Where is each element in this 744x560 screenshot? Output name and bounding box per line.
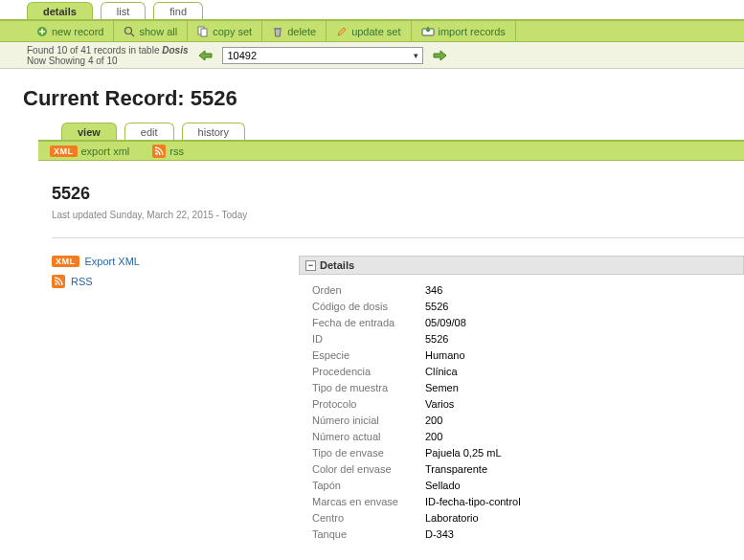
trash-icon bbox=[272, 26, 283, 37]
xml-icon: XML bbox=[50, 146, 78, 157]
record-nav-info: Found 10 of 41 records in table Dosis No… bbox=[27, 45, 188, 66]
detail-row: ProtocoloVarios bbox=[312, 398, 744, 410]
showing-total: 10 bbox=[106, 56, 117, 66]
rss-link[interactable]: RSS bbox=[52, 275, 282, 288]
export-xml-link[interactable]: XML Export XML bbox=[52, 256, 282, 267]
detail-value: Laboratorio bbox=[425, 512, 479, 524]
collapse-icon: − bbox=[305, 260, 316, 271]
import-records-label: import records bbox=[439, 26, 506, 37]
detail-row: Código de dosis5526 bbox=[312, 301, 744, 312]
next-record-button[interactable] bbox=[431, 47, 450, 64]
divider bbox=[52, 237, 744, 238]
view-tab-row: view edit history bbox=[38, 121, 744, 142]
detail-value: 5526 bbox=[425, 333, 448, 345]
arrow-right-icon bbox=[432, 49, 449, 62]
copy-set-button[interactable]: copy set bbox=[188, 21, 262, 42]
svg-point-1 bbox=[125, 27, 132, 34]
detail-value: Sellado bbox=[425, 480, 461, 491]
tab-list[interactable]: list bbox=[101, 2, 146, 19]
copy-icon bbox=[197, 26, 209, 37]
detail-value: 346 bbox=[425, 284, 442, 296]
record-last-updated: Last updated Sunday, March 22, 2015 - To… bbox=[52, 210, 744, 220]
detail-value: Semen bbox=[425, 382, 459, 393]
rss-button[interactable]: rss bbox=[152, 145, 184, 158]
detail-key: Tanque bbox=[312, 528, 425, 540]
detail-key: Centro bbox=[312, 512, 425, 524]
showing-mid: of bbox=[93, 56, 106, 66]
detail-key: ID bbox=[312, 333, 425, 345]
found-suffix: records in table bbox=[91, 45, 162, 56]
new-record-button[interactable]: new record bbox=[27, 21, 114, 42]
detail-row: Número actual200 bbox=[312, 431, 744, 442]
detail-key: Procedencia bbox=[312, 366, 425, 377]
delete-button[interactable]: delete bbox=[262, 21, 327, 42]
copy-set-label: copy set bbox=[213, 26, 252, 37]
detail-value: Humano bbox=[425, 349, 465, 361]
rss-link-label: RSS bbox=[71, 276, 93, 287]
prev-record-button[interactable] bbox=[195, 47, 214, 64]
detail-row: EspecieHumano bbox=[312, 349, 744, 361]
detail-value: 05/09/08 bbox=[425, 317, 466, 328]
found-prefix: Found bbox=[27, 45, 56, 56]
details-panel-header[interactable]: − Details bbox=[299, 256, 744, 275]
rss-icon bbox=[52, 275, 65, 288]
detail-key: Tipo de muestra bbox=[312, 382, 425, 393]
export-xml-label: export xml bbox=[81, 146, 130, 157]
detail-row: Número inicial200 bbox=[312, 414, 744, 426]
export-xml-button[interactable]: XML export xml bbox=[50, 146, 129, 157]
update-set-button[interactable]: update set bbox=[327, 21, 411, 42]
detail-key: Color del envase bbox=[312, 463, 425, 475]
detail-row: Color del envaseTransparente bbox=[312, 463, 744, 475]
show-all-label: show all bbox=[139, 26, 177, 37]
found-n: 10 bbox=[56, 45, 67, 56]
table-name: Dosis bbox=[162, 45, 188, 56]
pencil-icon bbox=[336, 26, 348, 37]
detail-value: Varios bbox=[425, 398, 454, 410]
new-record-label: new record bbox=[52, 26, 103, 37]
detail-value: D-343 bbox=[425, 528, 454, 540]
detail-key: Número actual bbox=[312, 431, 425, 442]
detail-key: Tipo de envase bbox=[312, 447, 425, 459]
tab-history[interactable]: history bbox=[182, 123, 245, 140]
found-total: 41 bbox=[80, 45, 91, 56]
detail-key: Tapón bbox=[312, 480, 425, 491]
page-title-prefix: Current Record: bbox=[23, 86, 191, 110]
detail-row: CentroLaboratorio bbox=[312, 512, 744, 524]
update-set-label: update set bbox=[351, 26, 400, 37]
detail-row: TapónSellado bbox=[312, 480, 744, 491]
magnifier-icon bbox=[124, 26, 135, 37]
svg-line-2 bbox=[131, 33, 134, 35]
tab-edit[interactable]: edit bbox=[124, 123, 174, 140]
rss-label: rss bbox=[169, 146, 184, 157]
found-mid: of bbox=[67, 45, 80, 56]
detail-value: Pajuela 0,25 mL bbox=[425, 447, 502, 459]
tab-view[interactable]: view bbox=[61, 123, 117, 140]
detail-value: Transparente bbox=[425, 463, 487, 475]
record-select[interactable]: 10492 ▾ bbox=[222, 47, 423, 64]
main-toolbar: new record show all copy set delete upda… bbox=[0, 21, 744, 42]
arrow-left-icon bbox=[196, 49, 214, 62]
import-records-button[interactable]: import records bbox=[412, 21, 516, 42]
detail-row: Fecha de entrada05/09/08 bbox=[312, 317, 744, 328]
detail-value: 200 bbox=[425, 431, 442, 442]
svg-rect-4 bbox=[201, 29, 207, 36]
tab-find[interactable]: find bbox=[153, 2, 203, 19]
detail-key: Protocolo bbox=[312, 398, 425, 410]
detail-key: Orden bbox=[312, 284, 425, 296]
details-table: Orden346Código de dosis5526Fecha de entr… bbox=[312, 284, 744, 540]
detail-key: Número inicial bbox=[312, 414, 425, 426]
left-column: XML Export XML RSS bbox=[52, 256, 282, 545]
view-toolbar: XML export xml rss bbox=[38, 142, 744, 161]
svg-point-7 bbox=[156, 152, 158, 154]
detail-key: Código de dosis bbox=[312, 301, 425, 312]
detail-row: ID5526 bbox=[312, 333, 744, 345]
detail-row: ProcedenciaClínica bbox=[312, 366, 744, 377]
detail-row: Orden346 bbox=[312, 284, 744, 296]
export-xml-link-label: Export XML bbox=[85, 256, 140, 267]
detail-value: Clínica bbox=[425, 366, 458, 377]
record-nav-bar: Found 10 of 41 records in table Dosis No… bbox=[0, 42, 744, 69]
show-all-button[interactable]: show all bbox=[114, 21, 188, 42]
chevron-down-icon: ▾ bbox=[414, 51, 418, 60]
tab-details[interactable]: details bbox=[27, 2, 93, 19]
detail-value: 5526 bbox=[425, 301, 448, 312]
